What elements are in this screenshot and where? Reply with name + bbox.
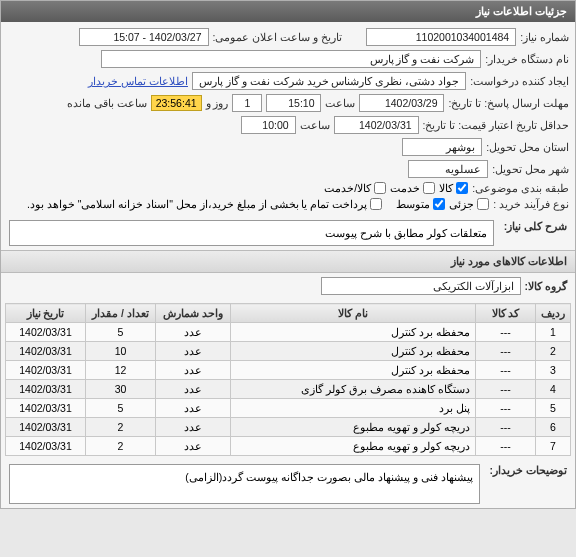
row-buyer-org: نام دستگاه خریدار: شرکت نفت و گاز پارس bbox=[7, 48, 569, 70]
table-row[interactable]: 7---دریچه کولر و تهویه مطبوععدد21402/03/… bbox=[6, 437, 571, 456]
info-block: شماره نیاز: 1102001034001484 تاریخ و ساع… bbox=[1, 22, 575, 216]
chk-medium[interactable]: متوسط bbox=[396, 198, 445, 210]
cell-name: دریچه کولر و تهویه مطبوع bbox=[231, 437, 476, 456]
deadline-time: 15:10 bbox=[266, 94, 321, 112]
valid-date: 1402/03/31 bbox=[334, 116, 419, 134]
time-remaining-badge: 23:56:41 bbox=[151, 95, 202, 111]
cell-code: --- bbox=[476, 342, 536, 361]
cell-qty: 12 bbox=[86, 361, 156, 380]
chk-service-input[interactable] bbox=[423, 182, 435, 194]
requester-value: جواد دشتی، نظری کارشناس خرید شرکت نفت و … bbox=[192, 72, 466, 90]
cell-name: محفظه برد کنترل bbox=[231, 323, 476, 342]
goods-table-wrap: ردیف کد کالا نام کالا واحد شمارش تعداد /… bbox=[1, 303, 575, 456]
day-label: روز و bbox=[206, 97, 229, 109]
th-date: تاریخ نیاز bbox=[6, 304, 86, 323]
valid-until-label: حداقل تاریخ اعتبار قیمت: تا تاریخ: bbox=[423, 119, 569, 131]
requester-label: ایجاد کننده درخواست: bbox=[470, 75, 569, 87]
desc-text: متعلقات کولر مطابق با شرح پیوست bbox=[9, 220, 494, 246]
table-row[interactable]: 6---دریچه کولر و تهویه مطبوععدد21402/03/… bbox=[6, 418, 571, 437]
table-row[interactable]: 3---محفظه برد کنترلعدد121402/03/31 bbox=[6, 361, 571, 380]
payment-note: پرداخت تمام یا بخشی از مبلغ خرید،از محل … bbox=[27, 198, 367, 210]
cell-qty: 2 bbox=[86, 418, 156, 437]
row-requester: ایجاد کننده درخواست: جواد دشتی، نظری کار… bbox=[7, 70, 569, 92]
desc-label: شرح کلی نیاز: bbox=[504, 220, 567, 232]
row-valid-until: حداقل تاریخ اعتبار قیمت: تا تاریخ: 1402/… bbox=[7, 114, 569, 136]
cell-qty: 5 bbox=[86, 399, 156, 418]
table-row[interactable]: 2---محفظه برد کنترلعدد101402/03/31 bbox=[6, 342, 571, 361]
row-deadline: مهلت ارسال پاسخ: تا تاریخ: 1402/03/29 سا… bbox=[7, 92, 569, 114]
goods-section-title: اطلاعات کالاهای مورد نیاز bbox=[1, 250, 575, 273]
buyer-notes-text: پیشنهاد فنی و پیشنهاد مالی بصورت جداگانه… bbox=[9, 464, 480, 504]
chk-treasury-input[interactable] bbox=[370, 198, 382, 210]
th-code: کد کالا bbox=[476, 304, 536, 323]
announce-label: تاریخ و ساعت اعلان عمومی: bbox=[213, 31, 343, 43]
cell-date: 1402/03/31 bbox=[6, 418, 86, 437]
province-value: بوشهر bbox=[402, 138, 482, 156]
chk-kala[interactable]: کالا bbox=[439, 182, 468, 194]
time-label-1: ساعت bbox=[325, 97, 355, 109]
cell-date: 1402/03/31 bbox=[6, 399, 86, 418]
deadline-date: 1402/03/29 bbox=[359, 94, 444, 112]
cell-n: 5 bbox=[536, 399, 571, 418]
row-process: نوع فرآیند خرید : جزئی متوسط پرداخت تمام… bbox=[7, 196, 569, 212]
cell-name: محفظه برد کنترل bbox=[231, 361, 476, 380]
cell-code: --- bbox=[476, 437, 536, 456]
buyer-org-value: شرکت نفت و گاز پارس bbox=[101, 50, 481, 68]
cell-qty: 2 bbox=[86, 437, 156, 456]
cell-qty: 10 bbox=[86, 342, 156, 361]
city-label: شهر محل تحویل: bbox=[492, 163, 569, 175]
goods-group-value: ابزارآلات الکتریکی bbox=[321, 277, 521, 295]
city-value: عسلویه bbox=[408, 160, 488, 178]
remaining-suffix: ساعت باقی مانده bbox=[67, 97, 147, 109]
table-header-row: ردیف کد کالا نام کالا واحد شمارش تعداد /… bbox=[6, 304, 571, 323]
time-label-2: ساعت bbox=[300, 119, 330, 131]
chk-partial[interactable]: جزئی bbox=[449, 198, 489, 210]
cell-name: پنل برد bbox=[231, 399, 476, 418]
need-no-value: 1102001034001484 bbox=[366, 28, 516, 46]
cell-date: 1402/03/31 bbox=[6, 380, 86, 399]
cell-unit: عدد bbox=[156, 380, 231, 399]
chk-both[interactable]: کالا/خدمت bbox=[324, 182, 386, 194]
chk-partial-input[interactable] bbox=[477, 198, 489, 210]
valid-time: 10:00 bbox=[241, 116, 296, 134]
chk-treasury[interactable]: پرداخت تمام یا بخشی از مبلغ خرید،از محل … bbox=[27, 198, 382, 210]
chk-partial-label: جزئی bbox=[449, 198, 474, 210]
chk-both-label: کالا/خدمت bbox=[324, 182, 371, 194]
contact-link[interactable]: اطلاعات تماس خریدار bbox=[88, 75, 188, 87]
chk-service-label: خدمت bbox=[390, 182, 420, 194]
process-label: نوع فرآیند خرید : bbox=[493, 198, 569, 210]
cell-unit: عدد bbox=[156, 418, 231, 437]
cell-unit: عدد bbox=[156, 323, 231, 342]
row-buyer-notes: توضیحات خریدار: پیشنهاد فنی و پیشنهاد ما… bbox=[1, 460, 575, 508]
province-label: استان محل تحویل: bbox=[486, 141, 569, 153]
th-unit: واحد شمارش bbox=[156, 304, 231, 323]
cell-unit: عدد bbox=[156, 437, 231, 456]
cell-code: --- bbox=[476, 380, 536, 399]
days-remaining: 1 bbox=[232, 94, 262, 112]
cell-unit: عدد bbox=[156, 361, 231, 380]
table-row[interactable]: 5---پنل بردعدد51402/03/31 bbox=[6, 399, 571, 418]
cell-code: --- bbox=[476, 361, 536, 380]
panel-title: جزئیات اطلاعات نیاز bbox=[1, 1, 575, 22]
cell-name: محفظه برد کنترل bbox=[231, 342, 476, 361]
th-name: نام کالا bbox=[231, 304, 476, 323]
cell-code: --- bbox=[476, 418, 536, 437]
cell-unit: عدد bbox=[156, 399, 231, 418]
chk-service[interactable]: خدمت bbox=[390, 182, 435, 194]
table-row[interactable]: 1---محفظه برد کنترلعدد51402/03/31 bbox=[6, 323, 571, 342]
cell-n: 4 bbox=[536, 380, 571, 399]
row-need-no: شماره نیاز: 1102001034001484 تاریخ و ساع… bbox=[7, 26, 569, 48]
cell-name: دریچه کولر و تهویه مطبوع bbox=[231, 418, 476, 437]
chk-medium-input[interactable] bbox=[433, 198, 445, 210]
goods-group-label: گروه کالا: bbox=[525, 280, 567, 292]
cell-n: 2 bbox=[536, 342, 571, 361]
table-row[interactable]: 4---دستگاه کاهنده مصرف برق کولر گازیعدد3… bbox=[6, 380, 571, 399]
need-details-panel: جزئیات اطلاعات نیاز شماره نیاز: 11020010… bbox=[0, 0, 576, 509]
cell-n: 7 bbox=[536, 437, 571, 456]
cell-n: 6 bbox=[536, 418, 571, 437]
cell-code: --- bbox=[476, 399, 536, 418]
cell-date: 1402/03/31 bbox=[6, 361, 86, 380]
chk-both-input[interactable] bbox=[374, 182, 386, 194]
chk-kala-input[interactable] bbox=[456, 182, 468, 194]
cell-n: 1 bbox=[536, 323, 571, 342]
